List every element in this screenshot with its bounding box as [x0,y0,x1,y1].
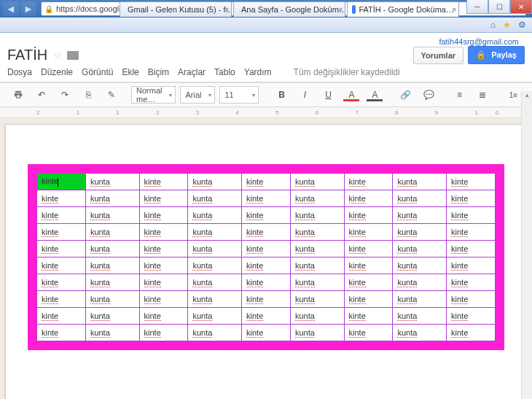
table-cell[interactable]: kinte [242,174,291,190]
table-cell[interactable]: kinte [242,274,291,291]
table-cell[interactable]: kinte [344,291,393,308]
table-cell[interactable]: kunta [85,325,139,341]
table-cell[interactable]: kinte [344,207,393,224]
paint-format-icon[interactable]: ✎ [101,87,122,103]
table-cell[interactable]: kunta [85,241,139,257]
table-cell[interactable]: kunta [290,257,344,274]
table-cell[interactable]: kinte [447,190,496,207]
table-cell[interactable]: kunta [188,174,242,190]
table-cell[interactable]: kinte [447,325,496,341]
forward-button[interactable]: ► [20,1,36,16]
highlight-color-button[interactable]: A [364,87,386,103]
menu-düzenle[interactable]: Düzenle [41,67,73,77]
menu-biçim[interactable]: Biçim [148,67,169,77]
table-cell[interactable]: kinte [344,224,393,241]
table-cell[interactable]: kinte [447,207,496,224]
table-cell[interactable]: kunta [393,257,447,274]
table-cell[interactable]: kunta [188,241,242,257]
table-cell[interactable]: kinte [447,308,496,325]
table-cell[interactable]: kinte [447,241,496,257]
table-cell[interactable]: kinte [447,224,496,241]
table-cell[interactable]: kinte [344,308,393,325]
comment-icon[interactable]: 💬 [418,87,439,103]
table-cell[interactable]: kinte [344,325,393,341]
table-cell[interactable]: kinte [139,190,188,207]
table-cell[interactable]: kunta [188,207,242,224]
table-cell[interactable]: kinte [447,274,496,291]
table-cell[interactable]: kunta [290,308,344,325]
table-cell[interactable]: kinte [242,207,291,224]
table-cell[interactable]: kunta [85,207,139,224]
table-cell[interactable]: kunta [85,257,139,274]
table-cell[interactable]: kunta [290,224,344,241]
table-cell[interactable]: kunta [188,325,242,341]
redo-icon[interactable]: ↷ [54,87,76,103]
table-cell[interactable]: kunta [393,308,447,325]
table-cell[interactable]: kinte [37,174,86,190]
tab-close-icon[interactable]: × [224,6,229,14]
comments-button[interactable]: Yorumlar [413,47,463,64]
table-cell[interactable]: kunta [393,291,447,308]
table-cell[interactable]: kinte [37,241,86,257]
table-cell[interactable]: kunta [290,325,344,341]
table-cell[interactable]: kinte [37,274,86,291]
table-cell[interactable]: kunta [188,274,242,291]
table-cell[interactable]: kinte [37,257,86,274]
line-spacing-icon[interactable]: ≣ [472,87,493,103]
table-cell[interactable]: kinte [139,308,188,325]
table-cell[interactable]: kunta [85,190,139,207]
underline-button[interactable]: U [317,87,339,103]
table-cell[interactable]: kinte [37,291,86,308]
table-cell[interactable]: kunta [393,174,447,190]
browser-tab[interactable]: Ana Sayfa - Google Doküm… × [233,1,345,17]
table-cell[interactable]: kunta [188,224,242,241]
table[interactable]: kintekuntakintekuntakintekuntakintekunta… [28,164,504,350]
table-cell[interactable]: kinte [344,241,393,257]
table-cell[interactable]: kinte [344,274,393,291]
browser-tab[interactable]: FATİH - Google Doküma… × [347,1,459,17]
browser-tab[interactable]: Gmail - Gelen Kutusu (5) - f… × [120,1,232,17]
document-page[interactable]: kintekuntakintekuntakintekuntakintekunta… [5,124,527,399]
table-cell[interactable]: kinte [139,325,188,341]
table-cell[interactable]: kunta [393,190,447,207]
table-cell[interactable]: kinte [139,241,188,257]
italic-button[interactable]: I [294,87,316,103]
maximize-button[interactable]: ☐ [488,0,510,14]
minimize-button[interactable]: ─ [466,0,488,14]
table-cell[interactable]: kunta [290,274,344,291]
menu-tablo[interactable]: Tablo [214,67,235,77]
table-cell[interactable]: kunta [188,190,242,207]
table-cell[interactable]: kunta [393,224,447,241]
table-cell[interactable]: kunta [393,274,447,291]
table-cell[interactable]: kinte [242,190,291,207]
table-cell[interactable]: kunta [188,257,242,274]
undo-icon[interactable]: ↶ [31,87,52,103]
table-cell[interactable]: kunta [290,174,344,190]
tab-close-icon[interactable]: × [338,6,343,14]
link-icon[interactable]: 🔗 [394,87,416,103]
table-cell[interactable]: kunta [188,308,242,325]
table-cell[interactable]: kinte [139,274,188,291]
copy-icon[interactable]: ⎘ [77,87,99,103]
table-cell[interactable]: kinte [139,224,188,241]
menu-görüntü[interactable]: Görüntü [82,67,113,77]
font-select[interactable]: Arial [180,86,215,104]
user-email[interactable]: fatih44srg@gmail.com [7,37,525,46]
document-title[interactable]: FATİH [7,47,47,63]
table-cell[interactable]: kinte [37,308,86,325]
table-cell[interactable]: kinte [37,224,86,241]
table-cell[interactable]: kinte [344,174,393,190]
table-cell[interactable]: kinte [242,291,291,308]
align-left-icon[interactable]: ≡ [448,87,470,103]
print-icon[interactable] [7,87,29,103]
menu-dosya[interactable]: Dosya [7,67,32,77]
table-cell[interactable]: kinte [344,257,393,274]
fontsize-select[interactable]: 11 [219,86,259,104]
table-cell[interactable]: kinte [139,291,188,308]
table-cell[interactable]: kinte [447,174,496,190]
table-cell[interactable]: kinte [37,207,86,224]
menu-araçlar[interactable]: Araçlar [178,67,206,77]
table-cell[interactable]: kinte [139,207,188,224]
menu-yardım[interactable]: Yardım [244,67,272,77]
table-cell[interactable]: kinte [37,325,86,341]
